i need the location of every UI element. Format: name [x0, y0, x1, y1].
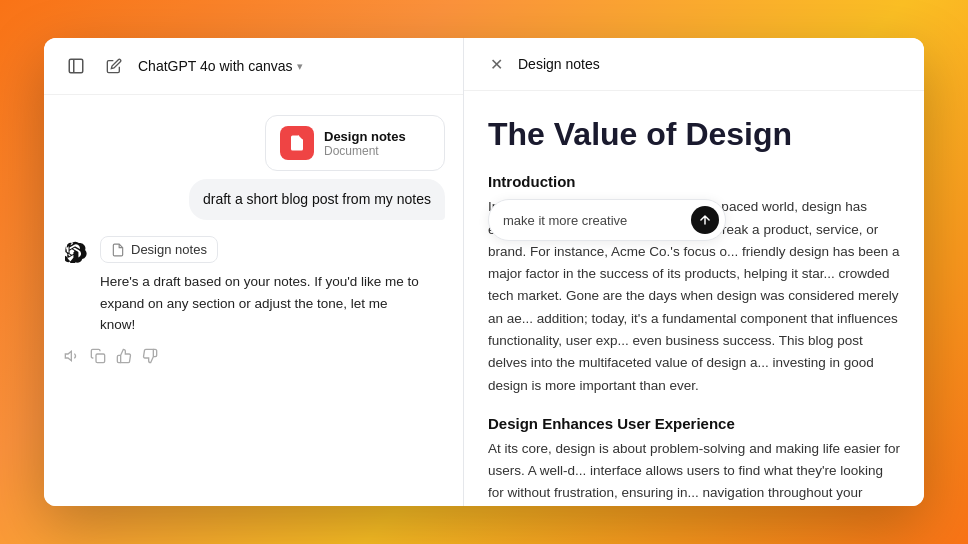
- chevron-down-icon: ▾: [297, 60, 303, 73]
- right-panel: ✕ Design notes The Value of Design Intro…: [464, 38, 924, 506]
- attachment-name: Design notes: [324, 129, 406, 144]
- attachment-card: Design notes Document: [265, 115, 445, 171]
- inline-prompt-input[interactable]: [503, 213, 683, 228]
- user-message-block: Design notes Document draft a short blog…: [62, 115, 445, 220]
- left-header: ChatGPT 4o with canvas ▾: [44, 38, 463, 95]
- svg-marker-2: [65, 351, 71, 360]
- user-message-bubble: draft a short blog post from my notes: [189, 179, 445, 220]
- copy-icon[interactable]: [90, 348, 106, 368]
- app-window: ChatGPT 4o with canvas ▾ Design notes: [44, 38, 924, 506]
- svg-rect-0: [69, 59, 83, 73]
- volume-icon[interactable]: [64, 348, 80, 368]
- design-notes-tag: Design notes: [100, 236, 218, 263]
- section2-title: Design Enhances User Experience: [488, 415, 900, 432]
- model-selector[interactable]: ChatGPT 4o with canvas ▾: [138, 58, 303, 74]
- assistant-tag-label: Design notes: [131, 242, 207, 257]
- model-title: ChatGPT 4o with canvas: [138, 58, 293, 74]
- thumbs-up-icon[interactable]: [116, 348, 132, 368]
- svg-rect-3: [96, 354, 105, 363]
- edit-button[interactable]: [100, 52, 128, 80]
- attachment-info: Design notes Document: [324, 129, 406, 158]
- close-button[interactable]: ✕: [484, 52, 508, 76]
- action-icons: [62, 348, 445, 368]
- assistant-message-block: Design notes Here's a draft based on you…: [62, 236, 445, 368]
- inline-prompt-send-button[interactable]: [691, 206, 719, 234]
- assistant-avatar: [62, 238, 90, 266]
- inline-prompt-bar: [488, 199, 726, 241]
- canvas-title: Design notes: [518, 56, 600, 72]
- doc-icon: [280, 126, 314, 160]
- chat-area: Design notes Document draft a short blog…: [44, 95, 463, 506]
- assistant-row: Design notes Here's a draft based on you…: [62, 236, 445, 336]
- right-content: The Value of Design Introduction In an i…: [464, 91, 924, 506]
- sidebar-toggle-button[interactable]: [62, 52, 90, 80]
- assistant-message-text: Here's a draft based on your notes. If y…: [100, 271, 420, 336]
- section2-body: At its core, design is about problem-sol…: [488, 438, 900, 506]
- document-scroll-area[interactable]: The Value of Design Introduction In an i…: [488, 115, 900, 506]
- thumbs-down-icon[interactable]: [142, 348, 158, 368]
- assistant-content: Design notes Here's a draft based on you…: [100, 236, 420, 336]
- section1-title: Introduction: [488, 173, 900, 190]
- left-panel: ChatGPT 4o with canvas ▾ Design notes: [44, 38, 464, 506]
- right-header: ✕ Design notes: [464, 38, 924, 91]
- document-title: The Value of Design: [488, 115, 900, 153]
- attachment-type: Document: [324, 144, 406, 158]
